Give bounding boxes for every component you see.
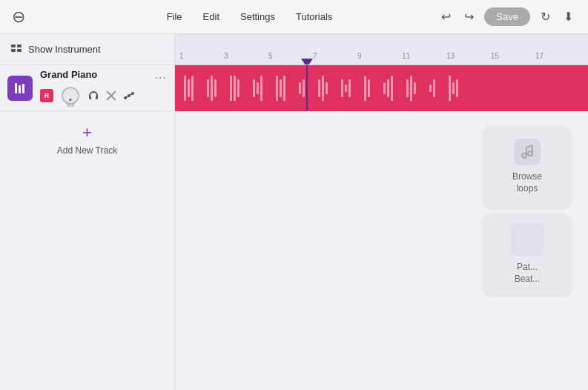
track-name: Grand Piano: [40, 69, 167, 80]
undo-button[interactable]: ↩: [438, 7, 454, 27]
add-track-plus-icon: +: [82, 123, 92, 142]
svg-line-16: [526, 145, 532, 148]
ruler-mark-13: 13: [446, 52, 455, 60]
browse-loops-icon: [514, 139, 541, 165]
logo-area[interactable]: ⊖: [12, 7, 56, 27]
content-area: ▶ ◀ 1 3 5 7 9 11 13 15 17: [175, 34, 588, 390]
browse-loops-card[interactable]: Browse loops: [483, 126, 572, 208]
toolbar-right: ↩ ↪ Save ↻ ⬇: [438, 7, 576, 27]
redo-button[interactable]: ↪: [461, 7, 477, 27]
download-button[interactable]: ⬇: [561, 7, 576, 27]
track-info: Grand Piano R Vol: [40, 69, 167, 107]
save-button[interactable]: Save: [484, 7, 530, 26]
menu-edit[interactable]: Edit: [203, 11, 219, 22]
add-new-track-button[interactable]: + Add New Track: [0, 111, 174, 168]
svg-rect-4: [15, 83, 17, 93]
browse-loops-label: Browse loops: [512, 171, 542, 194]
sidebar: Show Instrument Grand Piano R: [0, 34, 175, 390]
ruler-mark-5: 5: [268, 52, 273, 60]
playhead-triangle: [301, 59, 313, 65]
right-panel: Browse loops Pat... Beat...: [477, 111, 588, 390]
ruler-mark-3: 3: [224, 52, 228, 60]
svg-rect-1: [17, 44, 22, 47]
show-instrument-label: Show Instrument: [28, 44, 101, 55]
menu-settings[interactable]: Settings: [240, 11, 275, 22]
midi-button[interactable]: [123, 90, 135, 102]
svg-rect-5: [19, 85, 21, 93]
add-track-label: Add New Track: [57, 145, 117, 156]
vol-label: Vol: [66, 102, 74, 108]
main-layout: Show Instrument Grand Piano R: [0, 34, 588, 390]
headphone-button[interactable]: [87, 90, 99, 102]
logo-icon: ⊖: [12, 7, 25, 27]
track-content-row[interactable]: [175, 65, 588, 111]
svg-rect-0: [11, 44, 16, 47]
volume-knob[interactable]: Vol: [59, 85, 82, 107]
svg-rect-6: [22, 84, 24, 93]
track-row: Grand Piano R Vol: [0, 65, 174, 111]
menu-area: File Edit Settings Tutorials: [167, 11, 333, 22]
pattern-beats-icon: [511, 223, 544, 256]
svg-rect-3: [17, 49, 22, 52]
svg-rect-2: [11, 49, 16, 52]
menu-file[interactable]: File: [167, 11, 182, 22]
ruler-mark-1: 1: [179, 52, 184, 60]
pattern-beats-label: Pat... Beat...: [515, 262, 541, 285]
menu-tutorials[interactable]: Tutorials: [296, 11, 332, 22]
refresh-button[interactable]: ↻: [538, 7, 553, 27]
empty-area[interactable]: Browse loops Pat... Beat...: [175, 111, 588, 390]
ruler-mark-17: 17: [535, 52, 544, 60]
ruler-mark-7: 7: [313, 52, 317, 60]
track-controls: R Vol: [40, 85, 167, 107]
ruler-mark-9: 9: [357, 52, 362, 60]
show-instrument-bar[interactable]: Show Instrument: [0, 34, 174, 65]
piano-track-block[interactable]: [175, 65, 588, 111]
ruler-mark-15: 15: [491, 52, 499, 60]
ruler: ▶ ◀ 1 3 5 7 9 11 13 15 17: [175, 34, 588, 65]
midi-notes: [175, 65, 588, 111]
more-options-button[interactable]: ···: [155, 71, 167, 85]
mute-button[interactable]: [105, 90, 117, 102]
topbar: ⊖ File Edit Settings Tutorials ↩ ↪ Save …: [0, 0, 588, 34]
grid-icon: [10, 44, 22, 56]
ruler-mark-11: 11: [402, 52, 410, 60]
pattern-beats-card[interactable]: Pat... Beat...: [483, 214, 572, 295]
track-icon: [7, 76, 33, 101]
playhead[interactable]: [306, 60, 308, 62]
record-button[interactable]: R: [40, 89, 53, 102]
